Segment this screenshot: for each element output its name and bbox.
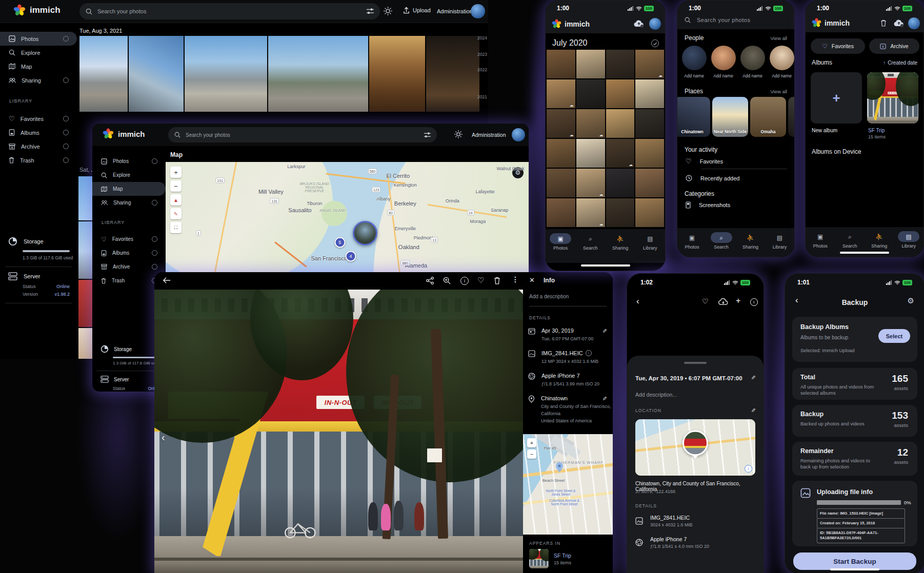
album-name[interactable]: SF Trip [868, 128, 885, 133]
album-link-row[interactable]: SF Trip 15 items [529, 549, 571, 568]
info-icon[interactable]: i [750, 298, 758, 306]
photo-tile[interactable] [606, 109, 635, 138]
place-tile[interactable]: Near North Side [712, 97, 748, 137]
photo-tile[interactable]: ☁ [576, 198, 605, 227]
sidebar-item-favorites[interactable]: ♡ Favorites [0, 112, 77, 126]
user-avatar[interactable] [908, 17, 920, 29]
photo-tile[interactable] [79, 36, 128, 112]
recently-added-row[interactable]: Recently added [686, 175, 739, 181]
edit-location-icon[interactable]: ✎ [750, 408, 756, 413]
theme-toggle-button[interactable] [384, 7, 392, 17]
photo-tile[interactable] [369, 36, 425, 112]
nav-sharing[interactable]: ⛹Sharing [866, 231, 893, 249]
previous-photo-chevron[interactable]: ‹ [162, 432, 165, 443]
album-sort-button[interactable]: ↑Created date [883, 60, 917, 66]
share-icon[interactable] [426, 277, 434, 284]
place-tile[interactable]: Chinatown [677, 97, 710, 137]
administration-button[interactable]: Administration [437, 8, 473, 14]
photo-tile[interactable] [268, 36, 368, 112]
places-view-all-link[interactable]: View all [770, 89, 787, 94]
compass-button[interactable]: ▲ [170, 194, 182, 206]
start-backup-button[interactable]: Start Backup [793, 552, 916, 570]
favorites-button[interactable]: ♡ Favorites [811, 38, 865, 54]
photo-tile[interactable] [426, 36, 479, 112]
photo-tile[interactable] [547, 198, 575, 227]
nav-sharing[interactable]: ⛹Sharing [607, 233, 634, 251]
place-tile[interactable]: Pi [788, 97, 795, 137]
user-avatar[interactable] [649, 18, 661, 30]
minimap-zoom-out[interactable]: − [527, 449, 536, 459]
sidebar-item-trash[interactable]: Trash [0, 153, 77, 167]
photo-tile[interactable] [635, 139, 664, 168]
back-arrow-icon[interactable] [163, 277, 171, 284]
person-item[interactable]: Add name [769, 46, 794, 78]
user-avatar[interactable] [512, 128, 525, 141]
photo-tile[interactable] [576, 79, 605, 108]
photo-tile[interactable]: ☁ [547, 79, 575, 108]
photo-tile[interactable]: ☁ [547, 109, 575, 138]
sidebar-item-photos[interactable]: Photos [0, 32, 77, 46]
nav-search[interactable]: ⌕Search [836, 231, 863, 249]
new-album-tile[interactable]: + [811, 72, 862, 124]
photo-tile[interactable]: ☁ [576, 169, 605, 197]
favorite-heart-icon[interactable]: ♡ [477, 276, 484, 285]
theme-toggle-button[interactable] [454, 130, 463, 140]
add-name-label[interactable]: Add name [684, 73, 704, 78]
photo-tile[interactable] [78, 176, 92, 220]
photo-tile[interactable] [129, 36, 184, 112]
back-chevron-icon[interactable]: ‹ [636, 296, 639, 306]
select-albums-button[interactable]: Select [878, 329, 910, 343]
add-to-icon[interactable]: + [736, 296, 740, 305]
people-view-all-link[interactable]: View all [770, 35, 787, 41]
map-cluster-marker[interactable]: 4 [346, 251, 356, 261]
sidebar-item-albums[interactable]: Albums [0, 126, 77, 139]
photo-tile[interactable] [635, 79, 664, 108]
zoom-icon[interactable] [443, 277, 451, 284]
cloud-icon[interactable] [718, 298, 728, 305]
nav-photos[interactable]: ▣Photos [679, 232, 706, 250]
nav-library[interactable]: ▤Library [895, 231, 922, 249]
sidebar-item-explore[interactable]: Explore [92, 168, 166, 182]
place-tile[interactable]: Omaha [750, 97, 786, 137]
close-icon[interactable]: ✕ [529, 276, 535, 284]
delete-icon[interactable] [494, 277, 500, 284]
filter-sliders-icon[interactable] [367, 8, 374, 14]
photo-tile[interactable] [606, 169, 635, 197]
photo-tile[interactable]: ☁ [606, 139, 635, 168]
immich-logo[interactable]: immich [103, 128, 145, 139]
photo-tile[interactable] [576, 50, 605, 78]
photo-tile[interactable] [185, 36, 267, 112]
home-indicator[interactable] [840, 252, 889, 254]
edit-date-icon[interactable]: ✎ [601, 329, 608, 333]
add-description-field[interactable]: Add a description [529, 294, 569, 299]
nav-sharing[interactable]: ⛹Sharing [737, 232, 764, 250]
upload-button[interactable]: Upload [403, 7, 431, 14]
photo-tile[interactable] [635, 169, 664, 197]
sidebar-item-albums[interactable]: Albums [92, 246, 166, 260]
search-input[interactable]: Search your photos [685, 17, 750, 23]
screenshots-row[interactable]: Screenshots [686, 201, 730, 209]
search-input[interactable]: Search your photos [79, 3, 380, 19]
sidebar-item-photos[interactable]: Photos [92, 154, 166, 168]
zoom-out-button[interactable]: − [170, 180, 182, 192]
photo-tile[interactable] [547, 50, 575, 78]
nav-search[interactable]: ⌕Search [577, 233, 604, 251]
photo-tile[interactable] [547, 169, 575, 197]
info-icon[interactable]: i [460, 277, 469, 285]
sidebar-item-archive[interactable]: Archive [92, 260, 166, 274]
favorite-heart-icon[interactable]: ♡ [702, 297, 709, 305]
nav-library[interactable]: ▤Library [637, 233, 664, 251]
album-tile-sf-trip[interactable]: IN-N-OUT [867, 72, 918, 124]
photo-tile[interactable] [547, 139, 575, 168]
photo-tile[interactable] [78, 280, 92, 327]
gear-icon[interactable]: ⚙ [908, 296, 914, 305]
archive-button[interactable]: Archive [869, 38, 919, 54]
user-avatar[interactable] [471, 4, 485, 18]
cloud-sync-icon[interactable] [634, 20, 644, 28]
photo-tile[interactable] [635, 109, 664, 138]
person-item[interactable]: Add name [681, 46, 707, 78]
sidebar-item-map[interactable]: Map [0, 59, 77, 73]
drag-handle[interactable] [684, 362, 707, 364]
minimap-zoom-in[interactable]: + [527, 438, 536, 447]
fullscreen-button[interactable]: ⛶ [170, 222, 182, 233]
